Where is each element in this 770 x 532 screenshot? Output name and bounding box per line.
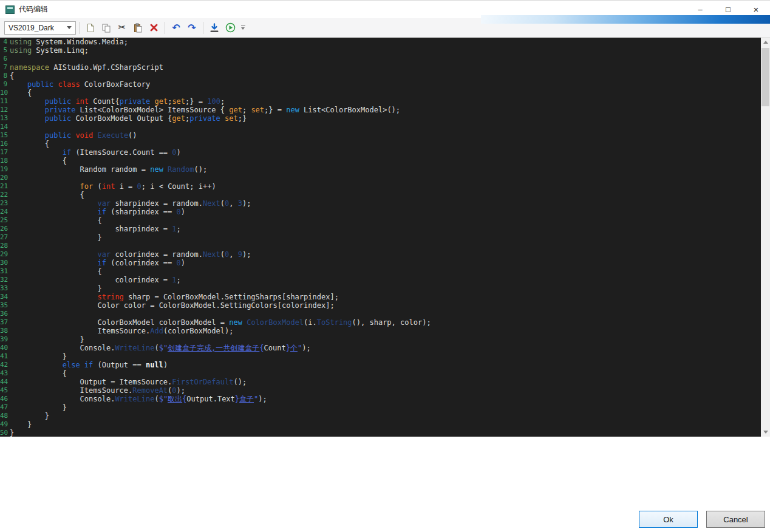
code-editor[interactable]: 4using System.Windows.Media;5using Syste… bbox=[0, 38, 761, 437]
code-line: 47 } bbox=[0, 403, 761, 412]
app-icon bbox=[5, 5, 15, 14]
line-number: 30 bbox=[0, 259, 9, 267]
line-number: 48 bbox=[0, 412, 9, 420]
code-line: 41 } bbox=[0, 352, 761, 361]
line-number: 16 bbox=[0, 140, 9, 148]
line-number: 24 bbox=[0, 208, 9, 216]
line-number: 32 bbox=[0, 276, 9, 284]
code-line: 50} bbox=[0, 429, 761, 437]
code-line: 22 { bbox=[0, 191, 761, 199]
import-icon bbox=[210, 23, 219, 33]
paste-button[interactable] bbox=[131, 21, 145, 35]
scroll-up-button[interactable] bbox=[761, 38, 770, 47]
code-line: 18 { bbox=[0, 157, 761, 165]
line-number: 26 bbox=[0, 225, 9, 233]
code-line: 27 } bbox=[0, 233, 761, 242]
line-number: 47 bbox=[0, 403, 9, 412]
new-doc-button[interactable] bbox=[83, 21, 98, 35]
redo-button[interactable]: ↷ bbox=[185, 21, 199, 35]
code-line: 20 bbox=[0, 174, 761, 182]
undo-button[interactable]: ↶ bbox=[169, 21, 183, 35]
line-number: 11 bbox=[0, 97, 9, 106]
code-line: 34 string sharp = ColorBoxModel.SettingS… bbox=[0, 293, 761, 301]
code-line: 10 { bbox=[0, 89, 761, 97]
import-button[interactable] bbox=[207, 21, 222, 35]
line-number: 21 bbox=[0, 182, 9, 191]
line-number: 37 bbox=[0, 318, 9, 327]
line-number: 45 bbox=[0, 386, 9, 395]
line-number: 49 bbox=[0, 420, 9, 429]
line-number: 29 bbox=[0, 250, 9, 259]
paste-icon bbox=[133, 23, 143, 33]
code-line: 12 private List<ColorBoxModel> ItemsSour… bbox=[0, 106, 761, 114]
copy-button[interactable] bbox=[99, 21, 114, 35]
code-line: 45 ItemsSource.RemoveAt(0); bbox=[0, 386, 761, 395]
line-number: 36 bbox=[0, 310, 9, 318]
line-number: 8 bbox=[0, 72, 9, 80]
ok-button[interactable]: Ok bbox=[639, 511, 698, 528]
run-icon bbox=[225, 22, 236, 33]
toolbar-overflow-icon[interactable] bbox=[240, 21, 246, 35]
code-line: 23 var sharpindex = random.Next(0, 3); bbox=[0, 199, 761, 208]
toolbar-separator bbox=[203, 22, 203, 34]
code-line: 25 { bbox=[0, 216, 761, 225]
code-line: 6 bbox=[0, 55, 761, 63]
line-number: 10 bbox=[0, 89, 9, 97]
vertical-scrollbar[interactable] bbox=[761, 38, 770, 437]
scroll-down-icon bbox=[763, 431, 768, 434]
undo-icon: ↶ bbox=[172, 23, 180, 33]
code-line: 29 var colorindex = random.Next(0, 9); bbox=[0, 250, 761, 259]
new-doc-icon bbox=[86, 23, 95, 33]
line-number: 18 bbox=[0, 157, 9, 165]
line-number: 13 bbox=[0, 114, 9, 123]
theme-selector-value: VS2019_Dark bbox=[9, 24, 54, 32]
line-number: 7 bbox=[0, 63, 9, 72]
redo-icon: ↷ bbox=[188, 23, 196, 33]
code-line: 11 public int Count{private get;set;} = … bbox=[0, 97, 761, 106]
line-number: 12 bbox=[0, 106, 9, 114]
code-line: 31 { bbox=[0, 267, 761, 276]
line-number: 17 bbox=[0, 148, 9, 157]
scrollbar-thumb[interactable] bbox=[761, 48, 769, 106]
code-line: 17 if (ItemsSource.Count == 0) bbox=[0, 148, 761, 157]
scroll-up-icon bbox=[763, 41, 768, 44]
theme-selector[interactable]: VS2019_Dark bbox=[4, 21, 76, 35]
code-line: 26 sharpindex = 1; bbox=[0, 225, 761, 233]
line-number: 39 bbox=[0, 335, 9, 344]
line-number: 19 bbox=[0, 165, 9, 174]
code-line: 36 bbox=[0, 310, 761, 318]
toolbar-separator bbox=[165, 22, 165, 34]
delete-button[interactable] bbox=[146, 21, 161, 35]
code-line: 8{ bbox=[0, 72, 761, 80]
code-line: 32 colorindex = 1; bbox=[0, 276, 761, 284]
code-line: 9 public class ColorBoxFactory bbox=[0, 80, 761, 89]
code-line: 46 Console.WriteLine($"取出{Output.Text}盒子… bbox=[0, 395, 761, 403]
line-number: 35 bbox=[0, 301, 9, 310]
code-line: 13 public ColorBoxModel Output {get;priv… bbox=[0, 114, 761, 123]
line-number: 46 bbox=[0, 395, 9, 403]
scroll-down-button[interactable] bbox=[761, 428, 770, 437]
code-line: 39 } bbox=[0, 335, 761, 344]
line-number: 15 bbox=[0, 131, 9, 140]
code-line: 38 ItemsSource.Add(colorBoxModel); bbox=[0, 327, 761, 335]
code-line: 42 else if (Output == null) bbox=[0, 361, 761, 369]
line-number: 41 bbox=[0, 352, 9, 361]
code-line: 5using System.Linq; bbox=[0, 46, 761, 55]
code-line: 21 for (int i = 0; i < Count; i++) bbox=[0, 182, 761, 191]
code-line: 24 if (sharpindex == 0) bbox=[0, 208, 761, 216]
line-number: 20 bbox=[0, 174, 9, 182]
code-line: 19 Random random = new Random(); bbox=[0, 165, 761, 174]
line-number: 23 bbox=[0, 199, 9, 208]
code-line: 30 if (colorindex == 0) bbox=[0, 259, 761, 267]
code-line: 33 } bbox=[0, 284, 761, 293]
run-button[interactable] bbox=[223, 21, 237, 35]
line-number: 33 bbox=[0, 284, 9, 293]
code-line: 43 { bbox=[0, 369, 761, 378]
code-line: 40 Console.WriteLine($"创建盒子完成,一共创建盒子{Cou… bbox=[0, 344, 761, 352]
code-line: 37 ColorBoxModel colorBoxModel = new Col… bbox=[0, 318, 761, 327]
cut-button[interactable]: ✂ bbox=[115, 21, 129, 35]
line-number: 28 bbox=[0, 242, 9, 250]
toolbar-separator bbox=[79, 22, 80, 34]
line-number: 34 bbox=[0, 293, 9, 301]
cancel-button[interactable]: Cancel bbox=[706, 511, 765, 528]
